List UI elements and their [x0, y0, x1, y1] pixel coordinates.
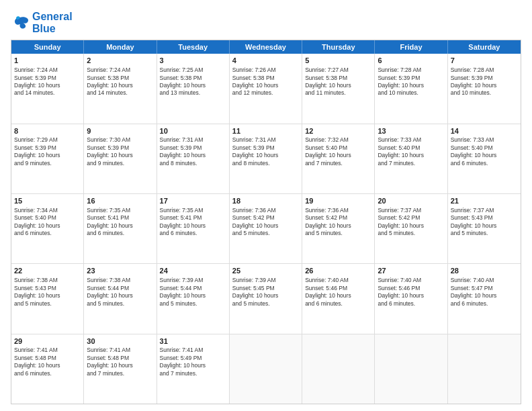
day-num: 24	[160, 266, 226, 276]
day-num: 18	[232, 196, 299, 206]
day-num: 29	[14, 336, 81, 347]
cal-day-empty-w4-6	[448, 334, 521, 404]
cal-day-18: 18Sunrise: 7:36 AMSunset: 5:42 PMDayligh…	[230, 194, 302, 263]
cal-day-5: 5Sunrise: 7:27 AMSunset: 5:38 PMDaylight…	[302, 54, 375, 123]
day-num: 7	[451, 56, 518, 66]
day-num: 19	[305, 196, 371, 206]
day-num: 16	[87, 196, 153, 206]
day-header-thursday: Thursday	[302, 40, 375, 54]
calendar-week-2: 8Sunrise: 7:29 AMSunset: 5:39 PMDaylight…	[11, 124, 521, 193]
cal-day-28: 28Sunrise: 7:40 AMSunset: 5:47 PMDayligh…	[448, 264, 521, 333]
logo: General Blue	[11, 11, 73, 34]
cal-day-empty-w4-4	[302, 334, 375, 404]
cal-day-24: 24Sunrise: 7:39 AMSunset: 5:44 PMDayligh…	[157, 264, 230, 333]
cal-day-empty-w4-5	[375, 334, 447, 404]
cal-day-23: 23Sunrise: 7:38 AMSunset: 5:44 PMDayligh…	[84, 264, 157, 333]
day-num: 13	[378, 126, 444, 136]
cal-day-13: 13Sunrise: 7:33 AMSunset: 5:40 PMDayligh…	[375, 124, 447, 193]
day-num: 3	[160, 56, 226, 66]
cal-day-21: 21Sunrise: 7:37 AMSunset: 5:43 PMDayligh…	[448, 194, 521, 263]
day-num: 4	[232, 56, 299, 66]
day-num: 9	[87, 126, 153, 136]
cal-day-19: 19Sunrise: 7:36 AMSunset: 5:42 PMDayligh…	[302, 194, 375, 263]
day-num: 10	[160, 126, 226, 136]
calendar-week-5: 29Sunrise: 7:41 AMSunset: 5:48 PMDayligh…	[11, 334, 521, 404]
day-num: 22	[14, 266, 81, 276]
day-header-sunday: Sunday	[11, 40, 84, 54]
calendar-week-4: 22Sunrise: 7:38 AMSunset: 5:43 PMDayligh…	[11, 263, 521, 333]
day-num: 20	[378, 196, 444, 206]
day-header-monday: Monday	[84, 40, 157, 54]
day-num: 30	[87, 336, 153, 347]
day-header-wednesday: Wednesday	[230, 40, 302, 54]
day-num: 11	[232, 126, 299, 136]
day-num: 5	[305, 56, 371, 66]
cal-day-22: 22Sunrise: 7:38 AMSunset: 5:43 PMDayligh…	[11, 264, 84, 333]
day-num: 8	[14, 126, 81, 136]
cal-day-29: 29Sunrise: 7:41 AMSunset: 5:48 PMDayligh…	[11, 334, 84, 404]
cal-day-15: 15Sunrise: 7:34 AMSunset: 5:40 PMDayligh…	[11, 194, 84, 263]
header: General Blue	[11, 11, 521, 34]
day-num: 27	[378, 266, 444, 276]
day-num: 17	[160, 196, 226, 206]
day-num: 12	[305, 126, 371, 136]
logo-text: General Blue	[32, 11, 73, 34]
day-num: 1	[14, 56, 81, 66]
day-num: 31	[160, 336, 226, 347]
cal-day-2: 2Sunrise: 7:24 AMSunset: 5:38 PMDaylight…	[84, 54, 157, 123]
day-num: 2	[87, 56, 153, 66]
day-header-saturday: Saturday	[448, 40, 521, 54]
day-num: 14	[451, 126, 518, 136]
cal-day-4: 4Sunrise: 7:26 AMSunset: 5:38 PMDaylight…	[230, 54, 302, 123]
calendar-week-3: 15Sunrise: 7:34 AMSunset: 5:40 PMDayligh…	[11, 193, 521, 263]
day-header-tuesday: Tuesday	[157, 40, 230, 54]
cal-day-17: 17Sunrise: 7:35 AMSunset: 5:41 PMDayligh…	[157, 194, 230, 263]
cal-day-26: 26Sunrise: 7:40 AMSunset: 5:46 PMDayligh…	[302, 264, 375, 333]
cal-day-25: 25Sunrise: 7:39 AMSunset: 5:45 PMDayligh…	[230, 264, 302, 333]
day-header-friday: Friday	[375, 40, 447, 54]
cal-day-9: 9Sunrise: 7:30 AMSunset: 5:39 PMDaylight…	[84, 124, 157, 193]
cal-day-3: 3Sunrise: 7:25 AMSunset: 5:38 PMDaylight…	[157, 54, 230, 123]
day-num: 6	[378, 56, 444, 66]
calendar-header: SundayMondayTuesdayWednesdayThursdayFrid…	[11, 40, 521, 54]
cal-day-6: 6Sunrise: 7:28 AMSunset: 5:39 PMDaylight…	[375, 54, 447, 123]
cal-day-1: 1Sunrise: 7:24 AMSunset: 5:39 PMDaylight…	[11, 54, 84, 123]
day-num: 15	[14, 196, 81, 206]
day-num: 26	[305, 266, 371, 276]
logo-icon	[11, 15, 30, 31]
cal-day-7: 7Sunrise: 7:28 AMSunset: 5:39 PMDaylight…	[448, 54, 521, 123]
cal-day-27: 27Sunrise: 7:40 AMSunset: 5:46 PMDayligh…	[375, 264, 447, 333]
calendar: SundayMondayTuesdayWednesdayThursdayFrid…	[11, 40, 521, 404]
cal-day-8: 8Sunrise: 7:29 AMSunset: 5:39 PMDaylight…	[11, 124, 84, 193]
cal-day-10: 10Sunrise: 7:31 AMSunset: 5:39 PMDayligh…	[157, 124, 230, 193]
day-num: 25	[232, 266, 299, 276]
cal-day-30: 30Sunrise: 7:41 AMSunset: 5:48 PMDayligh…	[84, 334, 157, 404]
cal-day-14: 14Sunrise: 7:33 AMSunset: 5:40 PMDayligh…	[448, 124, 521, 193]
calendar-week-1: 1Sunrise: 7:24 AMSunset: 5:39 PMDaylight…	[11, 54, 521, 123]
cal-day-31: 31Sunrise: 7:41 AMSunset: 5:49 PMDayligh…	[157, 334, 230, 404]
day-num: 28	[451, 266, 518, 276]
day-num: 21	[451, 196, 518, 206]
cal-day-empty-w4-3	[230, 334, 302, 404]
day-num: 23	[87, 266, 153, 276]
cal-day-11: 11Sunrise: 7:31 AMSunset: 5:39 PMDayligh…	[230, 124, 302, 193]
calendar-body: 1Sunrise: 7:24 AMSunset: 5:39 PMDaylight…	[11, 54, 521, 404]
cal-day-20: 20Sunrise: 7:37 AMSunset: 5:42 PMDayligh…	[375, 194, 447, 263]
page: General Blue SundayMondayTuesdayWednesda…	[0, 0, 532, 411]
cal-day-16: 16Sunrise: 7:35 AMSunset: 5:41 PMDayligh…	[84, 194, 157, 263]
cal-day-12: 12Sunrise: 7:32 AMSunset: 5:40 PMDayligh…	[302, 124, 375, 193]
